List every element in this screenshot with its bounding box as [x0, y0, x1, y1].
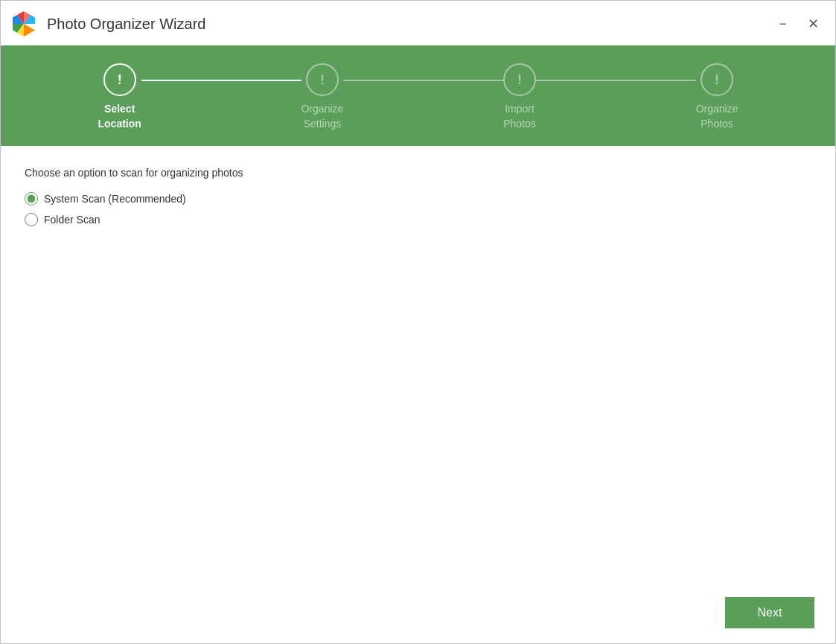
step-4-icon: ! — [701, 63, 733, 96]
connector-3 — [536, 80, 696, 81]
step-1-icon: ! — [103, 63, 136, 96]
step-organize-settings: ! OrganizeSettings — [301, 63, 344, 131]
folder-scan-radio[interactable] — [25, 213, 38, 226]
title-bar: Photo Organizer Wizard − ✕ — [1, 1, 835, 45]
step-2-icon: ! — [306, 63, 339, 96]
minimize-button[interactable]: − — [774, 16, 791, 32]
step-import-photos: ! ImportPhotos — [503, 63, 536, 131]
step-3-icon: ! — [503, 63, 536, 96]
connector-2 — [343, 80, 503, 81]
system-scan-radio[interactable] — [25, 192, 38, 205]
connector-1 — [141, 80, 301, 81]
step-1-label: SelectLocation — [98, 102, 141, 131]
system-scan-option[interactable]: System Scan (Recommended) — [25, 192, 811, 205]
instruction-text: Choose an option to scan for organizing … — [25, 167, 811, 179]
next-button[interactable]: Next — [725, 597, 814, 628]
app-title: Photo Organizer Wizard — [47, 16, 205, 33]
system-scan-label: System Scan (Recommended) — [44, 193, 186, 205]
steps-row: ! SelectLocation ! OrganizeSettings ! Im… — [98, 63, 738, 131]
step-organize-photos: ! OrganizePhotos — [696, 63, 738, 131]
window-controls: − ✕ — [774, 16, 823, 32]
content-area: Choose an option to scan for organizing … — [1, 146, 835, 585]
progress-banner: ! SelectLocation ! OrganizeSettings ! Im… — [1, 45, 835, 146]
app-window: Photo Organizer Wizard − ✕ ! SelectLocat… — [0, 0, 836, 644]
footer: Next — [1, 585, 835, 643]
folder-scan-label: Folder Scan — [44, 214, 100, 226]
step-select-location: ! SelectLocation — [98, 63, 141, 131]
app-logo — [10, 10, 38, 38]
step-3-label: ImportPhotos — [503, 102, 536, 131]
step-2-label: OrganizeSettings — [301, 102, 344, 131]
step-4-label: OrganizePhotos — [696, 102, 738, 131]
folder-scan-option[interactable]: Folder Scan — [25, 213, 811, 226]
scan-options: System Scan (Recommended) Folder Scan — [25, 192, 811, 226]
title-bar-left: Photo Organizer Wizard — [10, 10, 205, 38]
close-button[interactable]: ✕ — [803, 16, 823, 32]
